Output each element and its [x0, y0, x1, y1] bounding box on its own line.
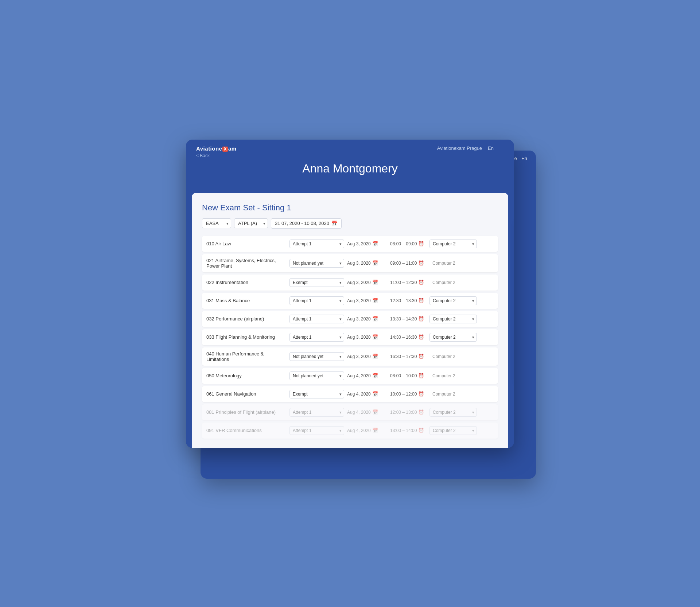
attempt-select[interactable]: Attempt 1Attempt 2Not planned yetExempt — [289, 315, 344, 323]
exam-time: 13:00 – 14:00⏰ — [390, 428, 427, 433]
exam-name: 032 Performance (airplane) — [206, 316, 287, 322]
back-lang-nav[interactable]: En — [521, 156, 527, 161]
computer-select[interactable]: Computer 1Computer 2Computer 3 — [429, 315, 477, 323]
atpl-filter-wrap: ATPL (A) CPL (A) — [234, 218, 268, 228]
date-range: 31 07, 2020 - 10 08, 2020 📅 — [271, 218, 342, 229]
section-title: New Exam Set - Sitting 1 — [202, 203, 498, 213]
computer-label: Computer 2 — [429, 279, 477, 287]
date-value: Aug 3, 2020 — [347, 280, 371, 285]
attempt-select[interactable]: Attempt 1Attempt 2Not planned yetExempt — [289, 333, 344, 342]
exam-time: 09:00 – 11:00⏰ — [390, 260, 427, 266]
computer-select-wrap: Computer 1Computer 2Computer 3 — [429, 408, 477, 417]
date-value: Aug 3, 2020 — [347, 354, 371, 359]
attempt-select[interactable]: Attempt 1Attempt 2Not planned yetExempt — [289, 390, 344, 398]
top-nav: Aviationexam Prague En — [427, 145, 504, 154]
exam-date: Aug 3, 2020📅 — [347, 241, 387, 246]
exam-row: 031 Mass & BalanceAttempt 1Attempt 2Not … — [202, 293, 498, 309]
attempt-select[interactable]: Attempt 1Attempt 2Not planned yetExempt — [289, 352, 344, 361]
exam-row: 040 Human Performance & LimitationsAttem… — [202, 347, 498, 366]
exam-date: Aug 3, 2020📅 — [347, 260, 387, 266]
time-value: 12:00 – 13:00 — [390, 410, 417, 415]
clock-icon: ⏰ — [418, 280, 424, 285]
attempt-select[interactable]: Attempt 1Attempt 2Not planned yetExempt — [289, 278, 344, 287]
exam-row: 010 Air LawAttempt 1Attempt 2Not planned… — [202, 236, 498, 252]
lang-nav[interactable]: En — [488, 145, 494, 151]
date-value: Aug 3, 2020 — [347, 335, 371, 340]
exam-date: Aug 4, 2020📅 — [347, 428, 387, 433]
calendar-icon: 📅 — [372, 334, 378, 340]
exam-date: Aug 3, 2020📅 — [347, 334, 387, 340]
calendar-icon: 📅 — [372, 241, 378, 246]
time-value: 08:00 – 10:00 — [390, 373, 417, 378]
attempt-select[interactable]: Attempt 1Attempt 2Not planned yetExempt — [289, 371, 344, 380]
time-value: 13:30 – 14:30 — [390, 316, 417, 322]
attempt-select[interactable]: Attempt 1Attempt 2Not planned yetExempt — [289, 259, 344, 268]
computer-label: Computer 2 — [429, 390, 477, 398]
exam-name: 022 Instrumentation — [206, 280, 287, 285]
attempt-select[interactable]: Attempt 1Attempt 2Not planned yetExempt — [289, 240, 344, 248]
exam-row: 081 Principles of Flight (airplane)Attem… — [202, 404, 498, 420]
calendar-icon: 📅 — [372, 298, 378, 303]
time-value: 14:30 – 16:30 — [390, 335, 417, 340]
easa-filter-wrap: EASA FAA — [202, 218, 231, 228]
calendar-icon: 📅 — [372, 409, 378, 415]
date-value: Aug 4, 2020 — [347, 373, 371, 378]
exam-row: 032 Performance (airplane)Attempt 1Attem… — [202, 311, 498, 327]
filters-row: EASA FAA ATPL (A) CPL (A) 31 07, 2020 - … — [202, 218, 498, 229]
attempt-select-wrap: Attempt 1Attempt 2Not planned yetExempt — [289, 352, 344, 361]
computer-select[interactable]: Computer 1Computer 2Computer 3 — [429, 408, 477, 417]
exam-time: 16:30 – 17:30⏰ — [390, 354, 427, 359]
date-value: Aug 3, 2020 — [347, 298, 371, 303]
attempt-select-wrap: Attempt 1Attempt 2Not planned yetExempt — [289, 278, 344, 287]
exam-row: 021 Airframe, Systems, Electrics, Power … — [202, 254, 498, 272]
easa-filter[interactable]: EASA FAA — [202, 218, 231, 228]
exam-date: Aug 4, 2020📅 — [347, 373, 387, 378]
exam-name: 050 Meteorology — [206, 373, 287, 378]
computer-select-wrap: Computer 1Computer 2Computer 3 — [429, 333, 477, 342]
computer-select[interactable]: Computer 1Computer 2Computer 3 — [429, 333, 477, 342]
exam-row: 061 General NavigationAttempt 1Attempt 2… — [202, 386, 498, 402]
exam-date: Aug 4, 2020📅 — [347, 409, 387, 415]
attempt-select-wrap: Attempt 1Attempt 2Not planned yetExempt — [289, 390, 344, 398]
time-value: 09:00 – 11:00 — [390, 261, 417, 266]
date-value: Aug 3, 2020 — [347, 241, 371, 246]
clock-icon: ⏰ — [418, 260, 424, 266]
clock-icon: ⏰ — [418, 298, 424, 303]
exam-row: 022 InstrumentationAttempt 1Attempt 2Not… — [202, 275, 498, 291]
exam-time: 12:30 – 13:30⏰ — [390, 298, 427, 303]
date-value: Aug 3, 2020 — [347, 316, 371, 322]
exam-time: 12:00 – 13:00⏰ — [390, 409, 427, 415]
clock-icon: ⏰ — [418, 354, 424, 359]
exam-name: 061 General Navigation — [206, 391, 287, 397]
calendar-icon: 📅 — [372, 391, 378, 397]
computer-label: Computer 2 — [429, 259, 477, 267]
computer-select[interactable]: Computer 1Computer 2Computer 3 — [429, 240, 477, 248]
exam-name: 091 VFR Communications — [206, 428, 287, 433]
calendar-icon: 📅 — [372, 316, 378, 322]
page-title: Anna Montgomery — [196, 158, 504, 186]
computer-select-wrap: Computer 1Computer 2Computer 3 — [429, 426, 477, 435]
attempt-select-wrap: Attempt 1Attempt 2Not planned yetExempt — [289, 315, 344, 323]
attempt-select[interactable]: Attempt 1Attempt 2Not planned yetExempt — [289, 296, 344, 305]
computer-select[interactable]: Computer 1Computer 2Computer 3 — [429, 426, 477, 435]
location-nav[interactable]: Aviationexam Prague — [437, 145, 482, 151]
attempt-select-wrap: Attempt 1Attempt 2Not planned yetExempt — [289, 408, 344, 417]
time-value: 10:00 – 12:00 — [390, 392, 417, 397]
atpl-filter[interactable]: ATPL (A) CPL (A) — [234, 218, 268, 228]
time-value: 08:00 – 09:00 — [390, 241, 417, 246]
time-value: 11:00 – 12:30 — [390, 280, 417, 285]
exam-name: 031 Mass & Balance — [206, 298, 287, 303]
attempt-select-wrap: Attempt 1Attempt 2Not planned yetExempt — [289, 333, 344, 342]
clock-icon: ⏰ — [418, 316, 424, 322]
calendar-icon: 📅 — [372, 354, 378, 359]
exam-row: 050 MeteorologyAttempt 1Attempt 2Not pla… — [202, 368, 498, 384]
calendar-icon: 📅 — [372, 373, 378, 378]
clock-icon: ⏰ — [418, 409, 424, 415]
attempt-select[interactable]: Attempt 1Attempt 2Not planned yetExempt — [289, 426, 344, 435]
attempt-select[interactable]: Attempt 1Attempt 2Not planned yetExempt — [289, 408, 344, 417]
calendar-icon: 📅 — [372, 260, 378, 266]
date-value: Aug 4, 2020 — [347, 428, 371, 433]
computer-select[interactable]: Computer 1Computer 2Computer 3 — [429, 296, 477, 305]
exam-row: 091 VFR CommunicationsAttempt 1Attempt 2… — [202, 423, 498, 439]
back-link[interactable]: < Back — [196, 153, 237, 158]
